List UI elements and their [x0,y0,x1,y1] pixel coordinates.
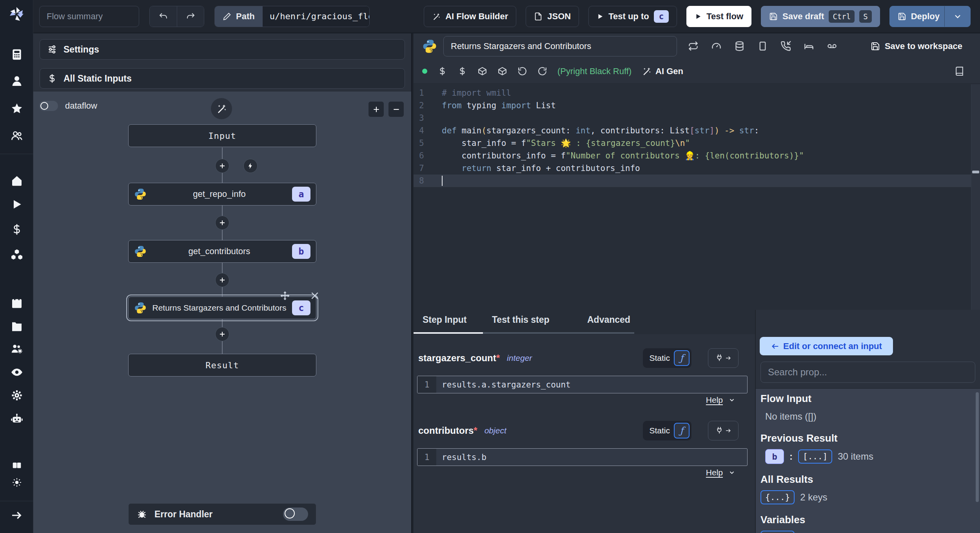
path-field[interactable]: Path u/henri/gracious_flow [214,6,370,27]
add-step-button[interactable] [215,216,229,230]
add-trigger-bolt-button[interactable] [243,159,258,173]
retries-repeat-icon[interactable] [688,41,699,51]
scrollbar-thumb[interactable] [972,171,979,173]
step-node-b[interactable]: get_contributors b [128,240,316,263]
settings-gear-icon[interactable] [0,387,33,404]
add-step-button[interactable] [215,159,229,173]
variable-dollar-icon[interactable] [437,66,447,76]
windmill-logo-icon[interactable] [7,5,26,24]
result-key-badge[interactable]: b [765,449,784,464]
docs-books-icon[interactable] [0,458,33,472]
step-option-icons [688,41,837,51]
result-node[interactable]: Result [128,354,316,377]
expand-arrow-right-icon[interactable] [0,507,33,524]
undo-button[interactable] [150,6,177,27]
resources-icon[interactable] [0,246,33,263]
deploy-button[interactable]: Deploy [889,6,971,27]
sleep-bed-icon[interactable] [804,41,814,51]
tab-step-input[interactable]: Step Input [423,315,466,325]
step-node-a[interactable]: get_repo_info a [128,183,316,206]
ai-flow-builder-button[interactable]: AI Flow Builder [424,6,516,27]
object-preview-badge[interactable]: {...} [760,531,795,533]
move-handle-icon[interactable] [280,291,290,301]
ai-assist-wand-button[interactable] [211,98,232,120]
workers-robot-icon[interactable] [0,410,33,427]
help-link[interactable]: Help [706,395,735,405]
save-draft-button[interactable]: Save draft Ctrl S [761,6,880,27]
tab-test-this-step[interactable]: Test this step [492,315,550,325]
search-prop-input[interactable] [760,362,975,383]
ai-gen-button[interactable]: AI Gen [642,66,683,76]
error-handler-node[interactable]: Error Handler [128,503,316,525]
shared-dirs-voicemail-icon[interactable] [827,41,837,51]
editor-scrollbar[interactable] [971,84,980,310]
save-to-workspace-button[interactable]: Save to workspace [871,41,962,51]
dataflow-toggle[interactable] [39,101,58,111]
zoom-out-button[interactable] [388,101,404,117]
flow-settings-button[interactable]: Settings [40,39,405,60]
add-step-button[interactable] [215,327,229,341]
path-label: Path [215,6,263,27]
arrow-right-icon [725,355,731,361]
groups-icon[interactable] [0,340,33,358]
suspend-phone-incoming-icon[interactable] [780,41,791,51]
all-static-inputs-button[interactable]: All Static Inputs [40,68,405,89]
javascript-mode-icon[interactable]: ƒ [674,350,690,366]
sidebar-divider [0,154,33,154]
code-editor-panel: Save to workspace (Pyright Black Ruff) A… [414,33,980,310]
json-button[interactable]: JSON [526,6,579,27]
zoom-in-button[interactable] [368,101,384,117]
path-value[interactable]: u/henri/gracious_flow [263,6,369,27]
add-step-button[interactable] [215,273,229,287]
package-reload-icon[interactable] [497,66,507,76]
users-icon[interactable] [0,127,33,144]
script-library-book-icon[interactable] [955,66,964,76]
resource-dollar-icon[interactable] [457,66,467,76]
input-mode-toggle[interactable]: Static ƒ [643,348,691,368]
input-mode-toggle[interactable]: Static ƒ [643,421,691,440]
prop-panel-scrollbar[interactable] [976,392,979,502]
cache-database-icon[interactable] [734,41,745,51]
javascript-mode-icon[interactable]: ƒ [674,423,690,438]
redo-button[interactable] [177,6,204,27]
audit-logs-icon[interactable] [0,364,33,381]
home-icon[interactable] [0,172,33,189]
theme-sun-icon[interactable] [0,475,33,489]
reset-undo-icon[interactable] [517,66,527,76]
input-node[interactable]: Input [128,124,316,147]
mock-square-icon[interactable] [757,41,768,51]
step-title-input[interactable] [443,36,677,56]
connect-input-button[interactable] [708,348,739,368]
timeout-gauge-icon[interactable] [711,41,722,51]
step-badge-c: c [292,300,310,315]
edit-or-connect-button[interactable]: Edit or connect an input [760,337,893,355]
test-flow-button[interactable]: Test flow [686,6,751,27]
tab-advanced[interactable]: Advanced [587,315,630,325]
runs-icon[interactable] [0,196,33,213]
schedules-icon[interactable] [0,294,33,311]
step-node-c-selected[interactable]: Returns Stargazers and Contributors c [128,297,316,319]
toggle-knob [40,102,48,110]
expression-editor-contributors[interactable]: 1 results.b [417,448,748,466]
deploy-dropdown[interactable] [944,6,970,27]
flow-summary-input[interactable] [39,6,139,27]
connect-input-button[interactable] [708,421,739,440]
folders-icon[interactable] [0,317,33,335]
array-preview-badge[interactable]: [...] [798,449,832,464]
field-contributors: contributors* object Static ƒ [418,421,747,440]
reload-refresh-icon[interactable] [537,66,547,76]
package-icon[interactable] [477,66,487,76]
star-icon[interactable] [0,100,33,117]
error-handler-toggle[interactable] [283,508,308,521]
apps-icon[interactable] [0,46,33,63]
test-up-to-button[interactable]: Test up to c [588,6,677,27]
expression-editor-stargazers[interactable]: 1 results.a.stargazers_count [417,376,748,393]
delete-step-icon[interactable] [310,291,320,301]
previous-result-row: b : [...] 30 items [765,449,975,464]
object-preview-badge[interactable]: {...} [760,490,795,504]
monaco-editor[interactable]: 12345678 # import wmillfrom typing impor… [414,84,980,310]
user-icon[interactable] [0,73,33,90]
variables-icon[interactable] [0,221,33,238]
pencil-icon [223,12,231,21]
help-link[interactable]: Help [706,468,735,477]
